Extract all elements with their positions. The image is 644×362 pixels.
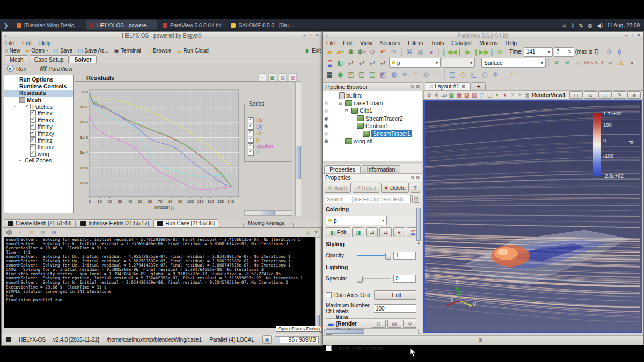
network-arrows-icon[interactable]: ⇅ <box>579 23 583 28</box>
save-button[interactable]: ◫Save <box>54 48 72 54</box>
status-dialog-button[interactable]: ▣ <box>262 335 272 344</box>
tab-case-setup[interactable]: Case Setup <box>30 55 69 63</box>
interactive-select-points-icon[interactable]: ✦ <box>502 91 508 99</box>
menu-sources[interactable]: Sources <box>376 39 405 47</box>
tree-expander-icon[interactable]: ⚬ <box>13 104 17 109</box>
updates-icon[interactable]: ◍ <box>588 23 592 28</box>
run-button[interactable]: ▶ Run <box>7 65 26 72</box>
window-menu-icon[interactable]: ▾ <box>2 33 7 38</box>
tab-mesh[interactable]: Mesh <box>5 55 28 63</box>
tree-checkbox[interactable] <box>30 110 36 116</box>
visibility-eye-icon[interactable]: ◉ <box>323 138 330 144</box>
copy-log-icon[interactable]: ▥ <box>39 229 46 236</box>
pipeline-item[interactable]: ◉ ⊟ builtin: <box>323 92 422 99</box>
colormap-icon[interactable] <box>325 58 334 68</box>
tree-checkbox[interactable] <box>30 144 36 150</box>
undock-panel-icon[interactable]: ⧉ <box>411 175 414 180</box>
previous-frame-button[interactable]: ◀❙ <box>452 47 462 57</box>
choose-color-icon[interactable]: ◨ <box>352 227 364 237</box>
visibility-eye-icon[interactable]: ◉ <box>323 116 330 121</box>
taskbar-window-button[interactable]: ParaView 5.6.0 64-bit <box>159 20 225 30</box>
terminal-output[interactable]: smoothSolver: Solving for epsilon, Initi… <box>4 237 316 328</box>
tree-checkbox[interactable] <box>30 137 36 143</box>
menu-file[interactable]: File <box>2 39 18 47</box>
component-combo[interactable]: ▾ <box>442 58 475 68</box>
float-view-icon[interactable]: ⧉ <box>613 91 626 99</box>
specular-input[interactable]: 0 <box>393 275 416 283</box>
new-button[interactable]: ▯New <box>5 48 20 54</box>
chart-preview-icon[interactable]: ⌕ <box>258 73 266 82</box>
rescale-range-icon[interactable]: ⇄ <box>366 227 378 237</box>
undock-panel-icon[interactable]: ⧉ <box>411 84 414 90</box>
tree-item[interactable]: ⚬ – Mesh <box>4 97 73 104</box>
clock[interactable]: 11 Aug, 22:09 <box>607 23 640 28</box>
ruler-icon[interactable]: ⁄ <box>507 70 516 79</box>
plot-selection-icon[interactable]: ◵ <box>480 70 489 79</box>
menu-tools[interactable]: Tools <box>427 39 448 47</box>
capture-screenshot-icon[interactable]: ▧ <box>415 47 425 57</box>
select-cells-icon[interactable]: ⚲ <box>615 47 625 57</box>
edit-colormap-button[interactable]: ◧Edit <box>326 227 350 237</box>
tree-item[interactable]: ⚬ – Run Options <box>4 76 73 83</box>
visibility-eye-icon[interactable]: ◉ <box>323 100 330 106</box>
zoom-to-box-icon[interactable]: ⌕ <box>573 58 583 68</box>
next-frame-button[interactable]: ❙▶ <box>474 47 484 57</box>
search-log-icon[interactable]: ⌕ <box>17 229 24 236</box>
time-value-combo[interactable]: 141▾ <box>524 47 553 57</box>
chart-table-icon[interactable]: ▦ <box>268 73 276 82</box>
tree-checkbox[interactable] <box>30 124 36 130</box>
pipeline-item[interactable]: ◉ ⊟ StreamTracer2 <box>323 115 422 122</box>
reset-session-icon[interactable]: ↺ <box>368 47 377 57</box>
select-surface-cells-icon[interactable]: ▩ <box>449 91 455 99</box>
toolbar-overflow-icon[interactable]: » <box>627 58 636 68</box>
terminal-scrollbar[interactable] <box>315 237 320 329</box>
probe-location-icon[interactable]: ◺ <box>469 70 479 79</box>
series-checkbox[interactable] <box>248 143 254 149</box>
tree-item[interactable]: ⚬ – Cell Zones <box>4 157 73 164</box>
pipeline-item[interactable]: ◉ ⊟ wing.stl <box>323 137 422 145</box>
chart-export-image-icon[interactable]: ▧ <box>289 73 297 82</box>
search-input[interactable]: Search ... (use Esc to clear text) <box>325 195 411 203</box>
tree-item[interactable]: ⚬ – Runtime Controls <box>4 83 73 90</box>
helyx-titlebar[interactable]: ▾ HELYX-OS - powered by Engys® – + ✕ <box>2 32 322 39</box>
tree-checkbox[interactable] <box>30 151 36 157</box>
hover-cells-icon[interactable]: ? <box>509 91 515 99</box>
status-icon[interactable]: ⊠ <box>478 337 482 343</box>
select-points-icon[interactable]: ⚲ <box>604 47 614 57</box>
series-checkbox[interactable] <box>248 150 254 156</box>
tree-item[interactable]: ⚬ – ffmaxx <box>4 117 73 124</box>
series-checkbox[interactable] <box>248 124 254 130</box>
reset-view-settings-icon[interactable]: ↺ <box>403 320 417 328</box>
help-button[interactable]: ? <box>411 183 420 193</box>
notifications-bell-icon[interactable]: 🕭 <box>562 23 567 28</box>
tree-item[interactable]: ⚬ – Residuals <box>4 90 73 97</box>
reset-camera-closest-icon[interactable]: ✕ <box>562 58 572 68</box>
first-frame-button[interactable]: ❙◀ <box>442 47 451 57</box>
select-polygon-icon[interactable]: ⬡ <box>479 91 485 99</box>
split-vertical-icon[interactable]: ⊟ <box>584 91 597 99</box>
maximize-icon[interactable]: + <box>309 33 312 38</box>
close-icon[interactable]: ✕ <box>315 33 319 38</box>
camera-controls-icon[interactable]: ⌘ <box>405 47 414 57</box>
close-view-icon[interactable]: ⊠ <box>627 91 641 99</box>
select-block-icon[interactable]: ◻ <box>486 91 492 99</box>
close-layout-icon[interactable]: ⊠ <box>462 84 465 89</box>
menu-edit[interactable]: Edit <box>18 39 35 47</box>
split-horizontal-icon[interactable]: ◫ <box>569 91 583 99</box>
redo-icon[interactable]: ↷ <box>389 47 399 57</box>
max-labels-input[interactable]: 100 <box>374 304 419 313</box>
slice-filter-icon[interactable]: ◫ <box>357 70 367 79</box>
save-as-button[interactable]: ◫Save As... <box>78 48 108 54</box>
terminal-button[interactable]: ▣Terminal <box>114 48 141 54</box>
tree-item[interactable]: ⚬ – ffmaxy <box>4 130 73 137</box>
series-h-scrollbar[interactable] <box>244 210 292 216</box>
interactive-select-icon[interactable]: ◳ <box>448 70 457 79</box>
window-menu-icon[interactable]: ▾ <box>323 33 328 38</box>
taskbar-window-button[interactable]: SALOME 8.5.0 - [Study1] <box>227 20 298 30</box>
restore-panel-icon[interactable]: □ <box>307 230 310 235</box>
group-datasets-icon[interactable]: ◎ <box>421 70 431 79</box>
menu-catalyst[interactable]: Catalyst <box>448 39 475 47</box>
open-dropdown-icon[interactable]: ▾ <box>46 48 48 53</box>
menu-help[interactable]: Help <box>35 39 55 47</box>
tab-create-mesh[interactable]: Create Mesh [21:51:48] <box>4 219 76 227</box>
